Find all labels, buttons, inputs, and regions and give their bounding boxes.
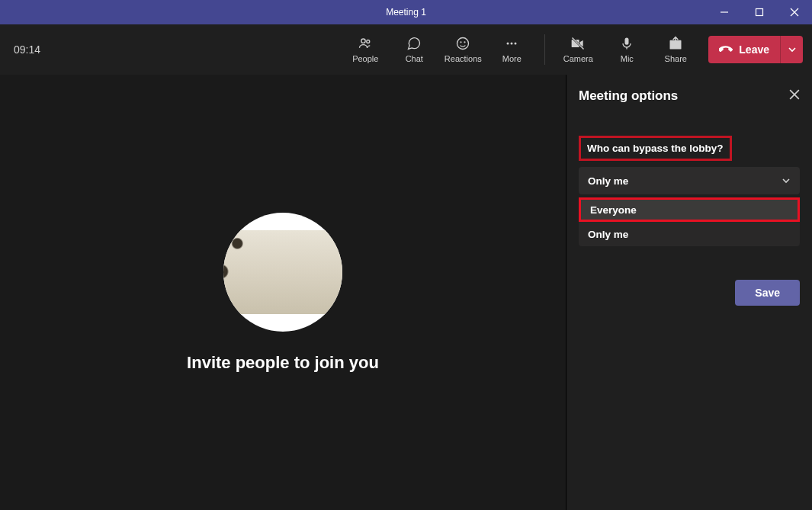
hangup-icon	[719, 43, 733, 56]
meeting-toolbar: 09:14 People Chat Reactions More Camer	[0, 24, 812, 75]
close-icon	[789, 89, 800, 100]
leave-chevron-button[interactable]	[780, 36, 803, 63]
panel-title: Meeting options	[579, 88, 678, 104]
window-title: Meeting 1	[386, 7, 426, 18]
close-icon	[790, 8, 799, 17]
mic-button[interactable]: Mic	[606, 30, 647, 69]
minimize-button[interactable]	[707, 0, 742, 24]
bypass-lobby-label: Who can bypass the lobby?	[579, 136, 732, 161]
camera-off-icon	[570, 36, 586, 51]
save-button[interactable]: Save	[735, 280, 800, 306]
maximize-icon	[755, 8, 764, 17]
close-window-button[interactable]	[777, 0, 812, 24]
minimize-icon	[720, 8, 729, 17]
svg-point-6	[457, 38, 469, 50]
option-only-me[interactable]: Only me	[579, 222, 800, 246]
chevron-down-icon	[782, 176, 791, 185]
bypass-lobby-select[interactable]: Only me	[579, 167, 800, 194]
svg-point-4	[361, 39, 365, 43]
svg-point-7	[461, 42, 461, 43]
meeting-stage: Invite people to join you	[0, 75, 566, 510]
more-button[interactable]: More	[491, 30, 532, 69]
select-value: Only me	[588, 175, 628, 187]
reactions-icon	[455, 36, 470, 51]
elapsed-time: 09:14	[9, 43, 40, 56]
titlebar: Meeting 1	[0, 0, 812, 24]
svg-point-10	[511, 43, 513, 45]
svg-point-8	[464, 42, 465, 43]
svg-rect-14	[625, 38, 629, 45]
mic-icon	[619, 36, 634, 51]
leave-button[interactable]: Leave	[708, 36, 780, 63]
share-icon	[668, 36, 683, 51]
people-icon	[358, 36, 373, 51]
share-button[interactable]: Share	[655, 30, 696, 69]
svg-rect-1	[756, 9, 763, 16]
svg-point-5	[367, 40, 370, 43]
meeting-options-panel: Meeting options Who can bypass the lobby…	[566, 75, 812, 510]
invite-text: Invite people to join you	[187, 353, 379, 373]
avatar	[223, 213, 342, 332]
more-icon	[504, 36, 519, 51]
chat-button[interactable]: Chat	[393, 30, 435, 69]
camera-button[interactable]: Camera	[557, 30, 599, 69]
svg-point-11	[515, 43, 517, 45]
option-everyone[interactable]: Everyone	[579, 197, 800, 222]
close-panel-button[interactable]	[789, 89, 800, 103]
toolbar-divider	[544, 34, 545, 65]
maximize-button[interactable]	[742, 0, 777, 24]
svg-point-9	[507, 43, 509, 45]
chevron-down-icon	[788, 45, 797, 54]
reactions-button[interactable]: Reactions	[442, 30, 483, 69]
people-button[interactable]: People	[345, 30, 386, 69]
chat-icon	[406, 36, 422, 51]
